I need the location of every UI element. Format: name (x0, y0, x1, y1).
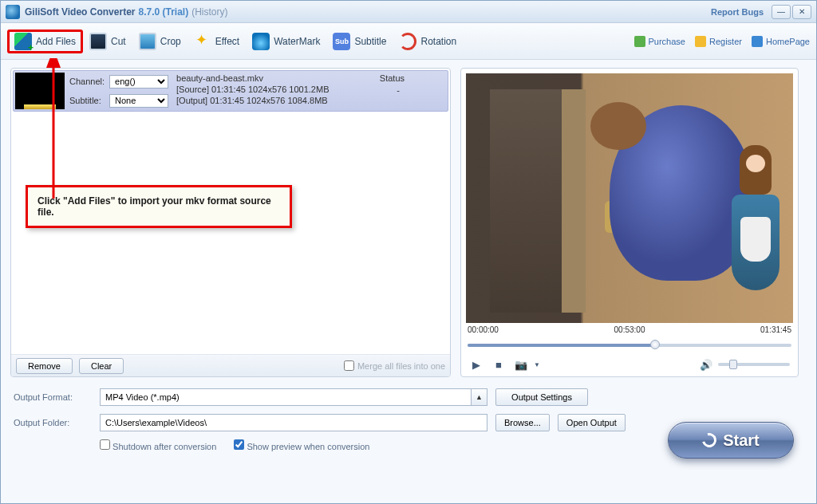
snapshot-button[interactable]: 📷 (514, 357, 528, 372)
time-current: 00:53:00 (614, 325, 645, 334)
crop-button[interactable]: Crop (132, 30, 187, 53)
chevron-up-icon[interactable]: ▲ (471, 389, 487, 405)
output-format-combo[interactable]: MP4 Video (*.mp4)▲ (100, 388, 487, 406)
seek-slider[interactable] (468, 340, 791, 351)
instruction-callout: Click "Add Files" to import your mkv for… (26, 185, 292, 228)
crop-icon (139, 33, 156, 50)
file-output-line: [Output] 01:31:45 1024x576 1084.8MB (176, 96, 443, 105)
refresh-icon (700, 431, 720, 451)
watermark-icon (252, 33, 270, 50)
homepage-link[interactable]: HomePage (752, 36, 810, 47)
output-folder-input[interactable] (100, 414, 487, 431)
app-name: GiliSoft Video Converter (25, 6, 135, 18)
register-icon (695, 36, 706, 47)
shutdown-checkbox[interactable]: Shutdown after conversion (100, 439, 216, 451)
output-folder-label: Output Folder: (14, 418, 92, 427)
subtitle-row-label: Subtitle: (69, 96, 105, 105)
play-button[interactable]: ▶ (469, 357, 483, 372)
browse-button[interactable]: Browse... (495, 414, 550, 431)
app-window: GiliSoft Video Converter 8.7.0 (Trial) (… (0, 0, 817, 504)
window-title: GiliSoft Video Converter 8.7.0 (Trial) (… (25, 6, 228, 18)
purchase-icon (634, 36, 645, 47)
start-label: Start (723, 431, 760, 450)
show-preview-checkbox[interactable]: Show preview when conversion (234, 439, 369, 451)
history-link[interactable]: (History) (191, 6, 227, 18)
cut-button[interactable]: Cut (83, 30, 132, 53)
volume-slider[interactable] (718, 363, 790, 366)
open-output-button[interactable]: Open Output (558, 414, 626, 431)
add-files-button[interactable]: Add Files (7, 30, 83, 53)
merge-checkbox[interactable]: Merge all files into one (344, 360, 445, 371)
file-list-pane: Channel: eng() Subtitle: None beauty-and… (10, 68, 451, 377)
cut-icon (89, 33, 107, 50)
rotation-button[interactable]: Rotation (393, 30, 463, 53)
file-row[interactable]: Channel: eng() Subtitle: None beauty-and… (13, 70, 448, 112)
output-format-label: Output Format: (14, 392, 92, 402)
snapshot-menu[interactable]: ▼ (530, 357, 544, 372)
output-settings-button[interactable]: Output Settings (495, 388, 588, 406)
effect-button[interactable]: Effect (187, 30, 246, 53)
close-button[interactable]: ✕ (792, 5, 811, 19)
clear-button[interactable]: Clear (79, 358, 124, 374)
watermark-button[interactable]: WaterMark (246, 30, 326, 53)
start-button[interactable]: Start (668, 422, 794, 459)
channel-label: Channel: (69, 77, 105, 86)
preview-pane: 00:00:00 00:53:00 01:31:45 ▶ ■ 📷 ▼ 🔊 (460, 68, 799, 377)
app-version: 8.7.0 (Trial) (138, 6, 188, 18)
purchase-link[interactable]: Purchase (634, 36, 685, 47)
channel-select[interactable]: eng() (109, 75, 168, 89)
file-source-line: [Source] 01:31:45 1024x576 1001.2MB (176, 85, 443, 94)
file-thumbnail (15, 73, 65, 109)
add-files-icon (14, 33, 32, 50)
time-ruler: 00:00:00 00:53:00 01:31:45 (466, 323, 793, 337)
toolbar: Add Files Cut Crop Effect WaterMark SubS… (1, 23, 816, 60)
add-files-label: Add Files (36, 36, 76, 47)
subtitle-button[interactable]: SubSubtitle (326, 30, 393, 53)
minimize-button[interactable]: — (772, 5, 791, 19)
status-header: Status (380, 73, 405, 83)
report-bugs-link[interactable]: Report Bugs (711, 7, 764, 17)
subtitle-select[interactable]: None (109, 94, 168, 108)
status-value: - (397, 85, 400, 95)
stop-button[interactable]: ■ (491, 357, 506, 372)
app-icon (6, 5, 20, 19)
subtitle-icon: Sub (333, 33, 350, 50)
time-end: 01:31:45 (760, 325, 791, 334)
video-preview[interactable] (466, 73, 793, 323)
homepage-icon (752, 36, 763, 47)
titlebar: GiliSoft Video Converter 8.7.0 (Trial) (… (1, 1, 816, 23)
volume-icon[interactable]: 🔊 (699, 357, 713, 372)
effect-icon (194, 33, 211, 50)
register-link[interactable]: Register (695, 36, 742, 47)
remove-button[interactable]: Remove (16, 358, 73, 374)
rotation-icon (399, 33, 416, 50)
time-start: 00:00:00 (468, 325, 499, 334)
